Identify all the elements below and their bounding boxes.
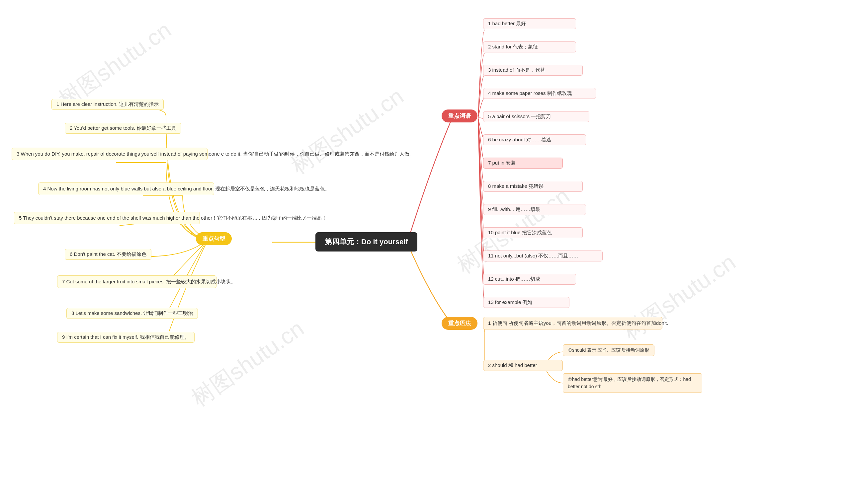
vocab-leaf-13: 13 for example 例如: [483, 297, 569, 308]
vocab-leaf-4: 4 make some paper roses 制作纸玫瑰: [483, 88, 596, 99]
vocab-leaf-8: 8 make a mistake 犯错误: [483, 181, 583, 192]
vocab-leaf-11: 11 not only...but (also) 不仅……而且……: [483, 251, 603, 262]
grammar-leaf-1: 1 祈使句 祈使句省略主语you，句首的动词用动词原形。否定祈使句在句首加don…: [483, 317, 662, 329]
vocab-leaf-3: 3 instead of 而不是，代替: [483, 65, 583, 76]
watermark-5: 树图shutu.cn: [617, 248, 742, 347]
vocab-leaf-12: 12 cut...into 把……切成: [483, 274, 576, 285]
sentence-leaf-5: 5 They couldn't stay there because one e…: [14, 212, 200, 224]
grammar-leaf-2: 2 should 和 had better: [483, 360, 563, 371]
grammar-subleaf-2: ②had better意为'最好，应该'后接动词原形，否定形式：had bett…: [563, 373, 702, 393]
branch-jutype: 重点句型: [196, 232, 232, 245]
sentence-leaf-4: 4 Now the living room has not only blue …: [38, 182, 214, 195]
watermark-4: 树图shutu.cn: [186, 314, 310, 413]
vocab-leaf-10: 10 paint it blue 把它涂成蓝色: [483, 227, 583, 238]
vocab-leaf-5: 5 a pair of scissors 一把剪刀: [483, 111, 589, 122]
sentence-leaf-6: 6 Don't paint the cat. 不要给描涂色: [65, 249, 151, 260]
sentence-leaf-3: 3 When you do DIY, you make, repair of d…: [12, 148, 208, 160]
grammar-subleaf-1: ①should 表示'应当、应该'后接动词原形: [563, 344, 655, 356]
vocab-leaf-7: 7 put in 安装: [483, 158, 563, 168]
central-node: 第四单元：Do it yourself: [315, 232, 417, 252]
sentence-leaf-9: 9 I'm certain that I can fix it myself. …: [57, 332, 194, 343]
sentence-leaf-1: 1 Here are clear instruction. 这儿有清楚的指示: [51, 99, 164, 110]
sentence-leaf-2: 2 You'd better get some tools. 你最好拿一些工具: [65, 123, 181, 134]
vocab-leaf-2: 2 stand for 代表；象征: [483, 41, 576, 52]
branch-yufatype: 重点语法: [441, 317, 478, 330]
vocab-leaf-1: 1 had better 最好: [483, 18, 576, 29]
watermark-2: 树图shutu.cn: [285, 82, 410, 181]
sentence-leaf-7: 7 Cut some of the larger fruit into smal…: [57, 275, 216, 288]
sentence-leaf-8: 8 Let's make some sandwiches. 让我们制作一些三明治: [66, 308, 198, 319]
branch-ciyutype: 重点词语: [441, 109, 478, 122]
vocab-leaf-6: 6 be crazy about 对……着迷: [483, 134, 586, 145]
vocab-leaf-9: 9 fill...with... 用……填装: [483, 204, 586, 215]
